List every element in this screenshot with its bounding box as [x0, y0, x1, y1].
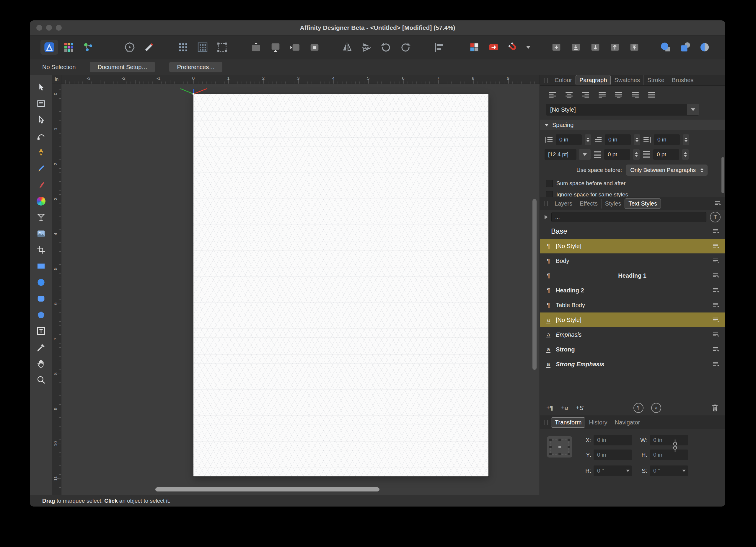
y-field[interactable]: 0 in: [594, 450, 632, 460]
rounded-rectangle-tool-button[interactable]: [35, 293, 47, 305]
left-indent-field[interactable]: 0 in: [556, 134, 582, 145]
vertical-scrollbar[interactable]: [532, 199, 537, 370]
first-line-indent-field[interactable]: 0 in: [605, 134, 631, 145]
style-row[interactable]: ¶ Heading 1: [540, 268, 725, 283]
style-row[interactable]: a Emphasis: [540, 327, 725, 342]
w-field[interactable]: 0 in: [650, 435, 688, 445]
h-field[interactable]: 0 in: [650, 450, 688, 460]
persona-pixel-button[interactable]: [60, 40, 78, 55]
minimize-button[interactable]: [46, 25, 52, 31]
close-button[interactable]: [36, 25, 42, 31]
update-character-style-button[interactable]: a: [651, 403, 661, 413]
insert-in-front-button[interactable]: [267, 40, 284, 55]
tab-brushes[interactable]: Brushes: [668, 75, 697, 85]
tab-navigator[interactable]: Navigator: [611, 418, 644, 427]
anchor-dot-center[interactable]: [558, 446, 561, 448]
anchor-dot[interactable]: [558, 439, 561, 441]
row-menu-icon[interactable]: [712, 287, 720, 293]
style-row[interactable]: a Strong: [540, 342, 725, 357]
move-to-front-button[interactable]: [625, 40, 643, 55]
space-after-stepper[interactable]: [682, 149, 689, 160]
align-left-button[interactable]: [546, 89, 559, 101]
vector-crop-tool-button[interactable]: [35, 244, 47, 256]
style-group-header[interactable]: Base: [540, 224, 725, 239]
badge-button[interactable]: [121, 40, 139, 55]
pen-tool-button[interactable]: [35, 146, 47, 158]
artboard-tool-button[interactable]: [35, 98, 47, 110]
tab-styles[interactable]: Styles: [601, 199, 625, 209]
horizontal-scrollbar[interactable]: [155, 487, 379, 491]
snapping-options-button[interactable]: [524, 40, 533, 55]
transform-grid-button[interactable]: [213, 40, 231, 55]
space-before-field[interactable]: 0 pt: [604, 149, 630, 160]
rotate-cw-button[interactable]: [397, 40, 414, 55]
justify-right-button[interactable]: [628, 89, 642, 101]
transparency-tool-button[interactable]: [35, 211, 47, 223]
flip-horizontal-button[interactable]: [338, 40, 356, 55]
anchor-dot[interactable]: [568, 439, 570, 441]
first-line-indent-stepper[interactable]: [634, 134, 640, 145]
preferences-button[interactable]: Preferences…: [169, 62, 222, 72]
space-before-stepper[interactable]: [633, 149, 640, 160]
document-page[interactable]: [193, 94, 488, 476]
knife-button[interactable]: [140, 40, 158, 55]
snapping-magnet-button[interactable]: [504, 40, 522, 55]
row-menu-icon[interactable]: [712, 317, 720, 323]
pixel-alignment-button[interactable]: [485, 40, 503, 55]
justify-all-button[interactable]: [645, 89, 659, 101]
anchor-dot[interactable]: [549, 453, 552, 455]
horizontal-ruler[interactable]: -3-2-10123456789: [61, 75, 540, 84]
colour-picker-tool-button[interactable]: [35, 341, 47, 353]
rectangle-tool-button[interactable]: [35, 260, 47, 272]
leading-dropdown-button[interactable]: [579, 149, 591, 160]
style-row[interactable]: ¶ Body: [540, 253, 725, 268]
flip-vertical-button[interactable]: [358, 40, 375, 55]
document-setup-button[interactable]: Document Setup…: [90, 62, 155, 72]
left-indent-stepper[interactable]: [585, 134, 591, 145]
rotate-ccw-button[interactable]: [377, 40, 395, 55]
spacing-section-header[interactable]: Spacing: [540, 120, 725, 130]
pencil-tool-button[interactable]: [35, 163, 47, 175]
space-after-field[interactable]: 0 pt: [653, 149, 679, 160]
justify-left-button[interactable]: [595, 89, 609, 101]
r-field[interactable]: 0 °: [594, 465, 632, 476]
style-row[interactable]: ¶ Heading 2: [540, 283, 725, 298]
row-menu-icon[interactable]: [712, 302, 720, 308]
anchor-point-selector[interactable]: [547, 436, 572, 458]
row-menu-icon[interactable]: [712, 332, 720, 338]
place-image-tool-button[interactable]: [35, 228, 47, 240]
tab-effects[interactable]: Effects: [576, 199, 601, 209]
panel-drag-handle-icon[interactable]: [545, 78, 548, 83]
anchor-dot[interactable]: [558, 453, 561, 455]
ruler-unit[interactable]: in: [52, 75, 61, 84]
tab-history[interactable]: History: [585, 418, 611, 427]
align-center-button[interactable]: [562, 89, 576, 101]
align-right-button[interactable]: [579, 89, 592, 101]
row-menu-icon[interactable]: [712, 273, 720, 279]
panel-menu-button[interactable]: [714, 201, 722, 206]
show-text-styles-button[interactable]: T: [710, 212, 721, 222]
tab-colour[interactable]: Colour: [551, 75, 576, 85]
panel-scrollbar[interactable]: [721, 157, 724, 193]
row-menu-icon[interactable]: [712, 258, 720, 264]
add-character-style-button[interactable]: +a: [561, 404, 568, 411]
alignment-button[interactable]: [431, 40, 448, 55]
zoom-button[interactable]: [56, 25, 62, 31]
canvas-viewport[interactable]: [61, 84, 540, 495]
zoom-tool-button[interactable]: [35, 374, 47, 386]
ellipse-tool-button[interactable]: [35, 276, 47, 288]
row-menu-icon[interactable]: [712, 361, 720, 367]
node-tool-button[interactable]: [35, 114, 47, 126]
insert-button[interactable]: [548, 40, 565, 55]
tab-paragraph[interactable]: Paragraph: [576, 75, 611, 85]
anchor-dot[interactable]: [568, 446, 570, 448]
tab-text-styles[interactable]: Text Styles: [625, 198, 661, 209]
dropdown-button[interactable]: [687, 104, 699, 115]
insert-behind-button[interactable]: [247, 40, 265, 55]
right-indent-stepper[interactable]: [683, 134, 689, 145]
vertical-ruler[interactable]: 01234567891011: [52, 84, 61, 495]
update-paragraph-style-button[interactable]: ¶: [633, 403, 643, 413]
tab-swatches[interactable]: Swatches: [611, 75, 643, 85]
point-transform-tool-button[interactable]: [35, 130, 47, 142]
show-grid-button[interactable]: [465, 40, 483, 55]
